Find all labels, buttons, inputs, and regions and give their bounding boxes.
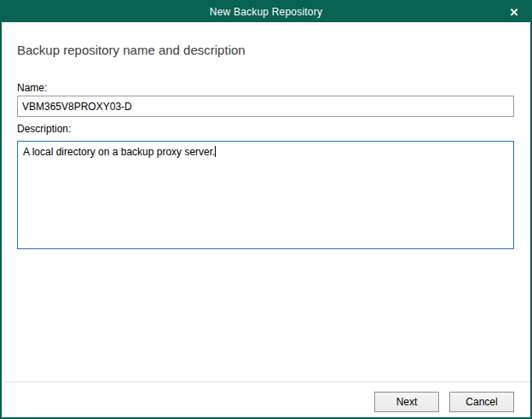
text-caret <box>215 146 216 157</box>
next-button[interactable]: Next <box>374 392 439 412</box>
close-icon[interactable]: ✕ <box>498 2 530 22</box>
titlebar: New Backup Repository ✕ <box>2 2 530 22</box>
new-backup-repository-dialog: New Backup Repository ✕ Backup repositor… <box>0 0 532 419</box>
cancel-button[interactable]: Cancel <box>449 392 514 412</box>
description-textarea[interactable]: A local directory on a backup proxy serv… <box>17 141 514 249</box>
name-input[interactable] <box>17 96 514 117</box>
footer-divider <box>2 381 530 382</box>
description-text: A local directory on a backup proxy serv… <box>23 146 215 158</box>
name-label: Name: <box>17 82 47 94</box>
page-title: Backup repository name and description <box>17 43 246 57</box>
window-title: New Backup Repository <box>210 6 322 18</box>
description-label: Description: <box>17 123 71 135</box>
